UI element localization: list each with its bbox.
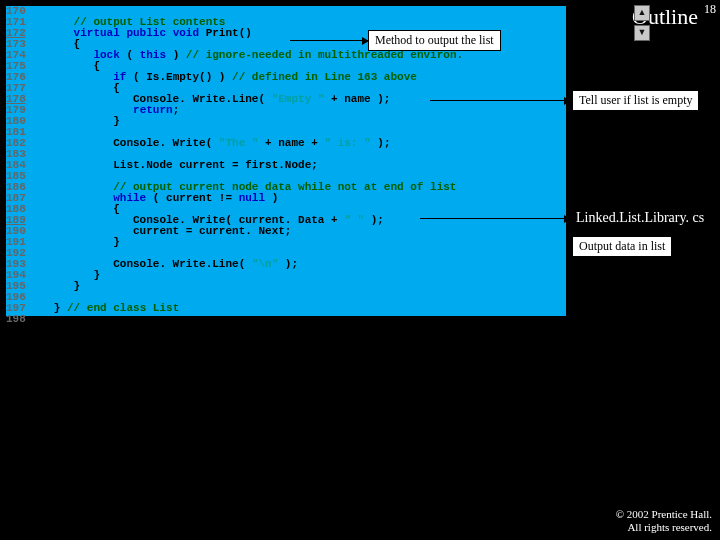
- code-token: null: [239, 192, 265, 204]
- copyright: © 2002 Prentice Hall. All rights reserve…: [616, 508, 712, 534]
- code-token: ( Is.Empty() ): [126, 71, 232, 83]
- code-token: );: [371, 137, 391, 149]
- callout-output: Output data in list: [572, 236, 672, 257]
- code-listing: 170171 // output List contents172 virtua…: [6, 6, 566, 316]
- arrow-empty: [430, 100, 570, 101]
- code-token: }: [34, 280, 80, 292]
- code-token: ): [166, 49, 186, 61]
- code-token: Console. Write(: [34, 137, 219, 149]
- code-token: " ": [344, 214, 364, 226]
- code-token: }: [34, 115, 120, 127]
- copyright-line1: © 2002 Prentice Hall.: [616, 508, 712, 520]
- slide: 18 Outline ▲ ▼ 170171 // output List con…: [0, 0, 720, 540]
- code-token: // defined in Line 163 above: [232, 71, 417, 83]
- copyright-line2: All rights reserved.: [627, 521, 712, 533]
- code-token: );: [364, 214, 384, 226]
- callout-empty: Tell user if list is empty: [572, 90, 699, 111]
- callout-method: Method to output the list: [368, 30, 501, 51]
- code-token: ;: [173, 104, 180, 116]
- code-token: ): [265, 192, 278, 204]
- code-token: [34, 313, 41, 325]
- code-token: "The ": [219, 137, 259, 149]
- code-token: "\n": [252, 258, 278, 270]
- code-token: "Empty ": [272, 93, 325, 105]
- code-line: 194 }: [6, 270, 566, 281]
- code-line: 197 } // end class List: [6, 303, 566, 314]
- scroll-up-icon[interactable]: ▲: [634, 5, 650, 21]
- code-line: 191 }: [6, 237, 566, 248]
- code-line: 182 Console. Write( "The " + name + " is…: [6, 138, 566, 149]
- code-token: (: [120, 49, 140, 61]
- code-token: + name );: [324, 93, 390, 105]
- code-token: // end class List: [67, 302, 179, 314]
- line-number: 198: [6, 314, 34, 325]
- slide-number: 18: [704, 2, 716, 17]
- code-token: );: [278, 258, 298, 270]
- code-token: virtual public void: [74, 27, 199, 39]
- code-token: return: [133, 104, 173, 116]
- code-token: " is: ": [324, 137, 370, 149]
- code-token: List.Node current = first.Node;: [34, 159, 318, 171]
- code-line: 195 }: [6, 281, 566, 292]
- arrow-method: [290, 40, 368, 41]
- scroll-down-icon[interactable]: ▼: [634, 25, 650, 41]
- code-line: 184 List.Node current = first.Node;: [6, 160, 566, 171]
- code-token: + name +: [258, 137, 324, 149]
- code-token: this: [140, 49, 166, 61]
- code-line: 198: [6, 314, 566, 325]
- arrow-output: [420, 218, 570, 219]
- code-line: 180 }: [6, 116, 566, 127]
- file-name: Linked.List.Library. cs: [576, 210, 716, 226]
- code-token: Print(): [199, 27, 252, 39]
- code-token: }: [34, 236, 120, 248]
- code-token: ( current !=: [146, 192, 238, 204]
